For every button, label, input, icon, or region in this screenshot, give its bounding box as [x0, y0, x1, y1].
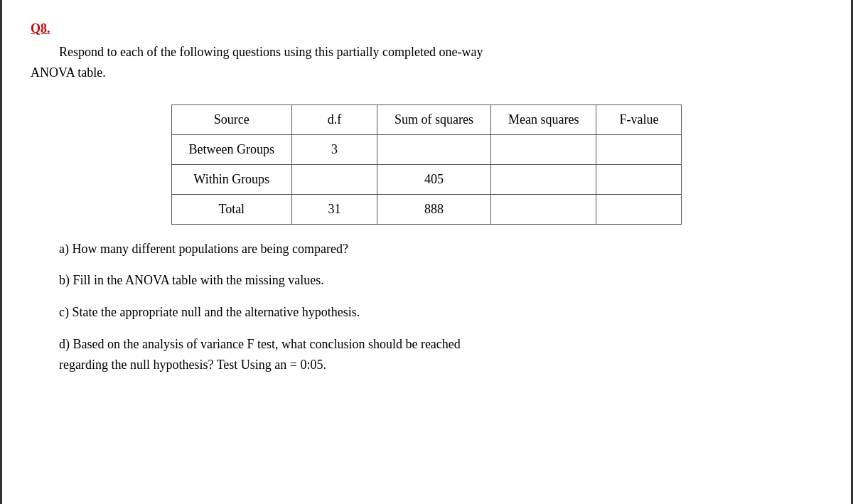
row3-source: Total [171, 194, 291, 224]
row2-sum-sq: 405 [377, 164, 491, 194]
row3-sum-sq: 888 [377, 194, 491, 224]
table-row: Between Groups 3 [171, 134, 682, 164]
question-b: b) Fill in the ANOVA table with the miss… [59, 270, 822, 291]
col-sum-sq: Sum of squares [377, 104, 491, 134]
question-d-line2: regarding the null hypothesis? Test Usin… [59, 358, 326, 372]
question-c: c) State the appropriate null and the al… [59, 302, 822, 323]
table-row: Within Groups 405 [171, 164, 682, 194]
row2-f-value [596, 164, 682, 194]
row3-f-value [596, 194, 682, 224]
row3-df: 31 [292, 194, 377, 224]
col-source: Source [171, 104, 291, 134]
row1-df: 3 [292, 134, 377, 164]
question-d: d) Based on the analysis of variance F t… [59, 334, 822, 375]
question-number: Q8. [31, 21, 50, 36]
row1-source: Between Groups [171, 134, 291, 164]
row1-mean-sq [491, 134, 596, 164]
page-container: Q8. Respond to each of the following que… [0, 0, 853, 504]
table-container: Source d.f Sum of squares Mean squares F… [31, 104, 822, 225]
intro-line1: Respond to each of the following questio… [59, 45, 483, 59]
table-header-row: Source d.f Sum of squares Mean squares F… [171, 104, 682, 134]
table-row: Total 31 888 [171, 194, 682, 224]
row1-sum-sq [377, 134, 491, 164]
row2-source: Within Groups [171, 164, 291, 194]
intro-line2: ANOVA table. [31, 63, 822, 83]
questions-section: a) How many different populations are be… [59, 239, 822, 375]
row1-f-value [596, 134, 682, 164]
question-d-line1: d) Based on the analysis of variance F t… [59, 337, 461, 351]
row3-mean-sq [491, 194, 596, 224]
col-f-value: F-value [596, 104, 682, 134]
intro-block: Respond to each of the following questio… [31, 42, 822, 97]
row2-df [292, 164, 377, 194]
question-a: a) How many different populations are be… [59, 239, 822, 259]
col-mean-sq: Mean squares [491, 104, 596, 134]
anova-table: Source d.f Sum of squares Mean squares F… [171, 104, 682, 225]
question-header: Q8. [31, 21, 822, 36]
col-df: d.f [292, 104, 377, 134]
row2-mean-sq [491, 164, 596, 194]
